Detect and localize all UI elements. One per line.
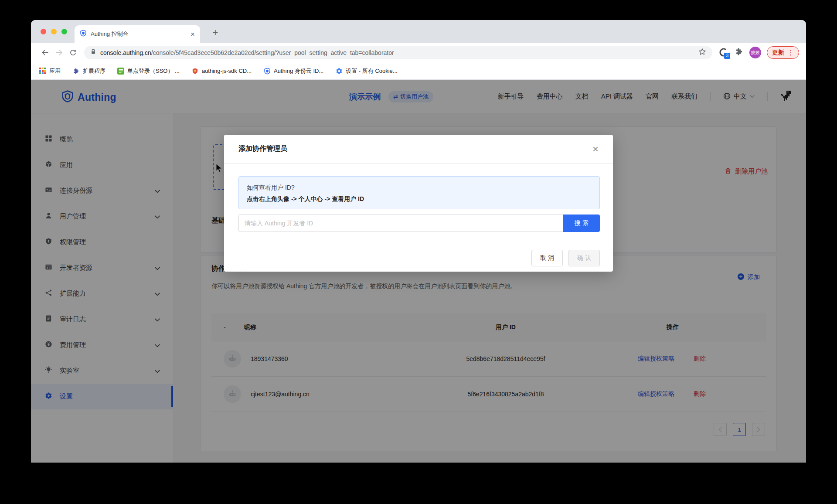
modal-title: 添加协作管理员 bbox=[238, 144, 592, 153]
red-shield-icon bbox=[191, 67, 199, 75]
help-answer: 点击右上角头像 -> 个人中心 -> 查看用户 ID bbox=[247, 193, 592, 204]
bookmark-authing-id[interactable]: Authing 身份云 ID... bbox=[263, 67, 323, 75]
update-label: 更新 bbox=[772, 49, 784, 57]
browser-profile-avatar[interactable]: 姣姣 bbox=[749, 47, 761, 58]
reload-icon[interactable] bbox=[66, 46, 80, 60]
bookmark-apps[interactable]: 应用 bbox=[39, 67, 61, 75]
extension-badge: 3 bbox=[724, 52, 731, 59]
sso-green-icon bbox=[117, 68, 124, 75]
toolbar-right: 3 姣姣 更新 ⋮ bbox=[718, 46, 799, 59]
bookmark-star-icon[interactable] bbox=[698, 48, 706, 58]
developer-id-input[interactable] bbox=[238, 215, 563, 232]
bookmark-label: 设置 - 所有 Cookie... bbox=[346, 67, 397, 75]
bookmark-label: 单点登录（SSO） ... bbox=[127, 67, 180, 75]
bookmark-label: 扩展程序 bbox=[83, 67, 105, 75]
forward-icon[interactable] bbox=[52, 46, 66, 60]
close-icon[interactable]: × bbox=[592, 144, 599, 154]
new-tab-button[interactable]: + bbox=[209, 26, 222, 39]
back-icon[interactable] bbox=[38, 46, 52, 60]
browser-toolbar: console.authing.cn/console/5f45cad3ece50… bbox=[31, 43, 806, 62]
search-button[interactable]: 搜 索 bbox=[563, 215, 600, 232]
bookmarks-bar: 应用 扩展程序 单点登录（SSO） ... authing-js-sdk CD.… bbox=[31, 62, 806, 80]
blocker-extension-icon[interactable]: 3 bbox=[718, 48, 729, 58]
puzzle-icon bbox=[72, 67, 80, 75]
bookmark-label: 应用 bbox=[49, 67, 61, 75]
url-text: console.authing.cn/console/5f45cad3ece50… bbox=[100, 49, 698, 56]
add-collaborator-modal: 添加协作管理员 × 如何查看用户 ID? 点击右上角头像 -> 个人中心 -> … bbox=[224, 135, 613, 272]
traffic-lights bbox=[41, 29, 67, 34]
url-bar[interactable]: console.authing.cn/console/5f45cad3ece50… bbox=[84, 46, 712, 59]
authing-shield-icon bbox=[263, 67, 271, 75]
browser-tab[interactable]: Authing 控制台 × bbox=[75, 25, 200, 43]
browser-tab-bar: Authing 控制台 × + bbox=[31, 20, 806, 43]
browser-menu-icon: ⋮ bbox=[787, 49, 794, 57]
browser-window: Authing 控制台 × + console.authing.cn/conso… bbox=[31, 20, 806, 463]
gear-icon bbox=[335, 67, 343, 75]
bookmark-cookie-settings[interactable]: 设置 - 所有 Cookie... bbox=[335, 67, 397, 75]
url-domain: console.authing.cn bbox=[100, 49, 151, 56]
user-id-help-box: 如何查看用户 ID? 点击右上角头像 -> 个人中心 -> 查看用户 ID bbox=[238, 176, 600, 209]
minimize-window-button[interactable] bbox=[51, 29, 57, 34]
tab-close-icon[interactable]: × bbox=[191, 31, 195, 38]
help-question: 如何查看用户 ID? bbox=[247, 182, 592, 193]
lock-icon bbox=[90, 48, 96, 57]
chrome-update-button[interactable]: 更新 ⋮ bbox=[767, 46, 799, 59]
bookmark-extensions[interactable]: 扩展程序 bbox=[72, 67, 105, 75]
developer-id-search-row: 搜 索 bbox=[238, 215, 600, 232]
bookmark-authing-sdk[interactable]: authing-js-sdk CD... bbox=[191, 67, 252, 75]
zoom-window-button[interactable] bbox=[61, 29, 67, 34]
cancel-button[interactable]: 取 消 bbox=[531, 250, 563, 266]
extensions-puzzle-icon[interactable] bbox=[735, 47, 744, 58]
confirm-button[interactable]: 确 认 bbox=[568, 250, 600, 266]
url-path: /console/5f45cad3ece50b62de2a02cd/settin… bbox=[151, 49, 394, 56]
apps-grid-icon bbox=[39, 67, 46, 75]
bookmark-label: authing-js-sdk CD... bbox=[202, 68, 252, 74]
bookmark-sso[interactable]: 单点登录（SSO） ... bbox=[117, 67, 180, 75]
bookmark-label: Authing 身份云 ID... bbox=[274, 67, 323, 75]
modal-header: 添加协作管理员 × bbox=[224, 135, 613, 163]
modal-footer: 取 消 确 认 bbox=[224, 244, 613, 272]
tab-title: Authing 控制台 bbox=[91, 30, 191, 38]
close-window-button[interactable] bbox=[41, 29, 46, 34]
page-viewport: Authing 演示示例 ⇄ 切换用户池 新手引导 费用中心 文档 API 调试… bbox=[31, 80, 806, 463]
authing-shield-icon bbox=[80, 30, 87, 38]
